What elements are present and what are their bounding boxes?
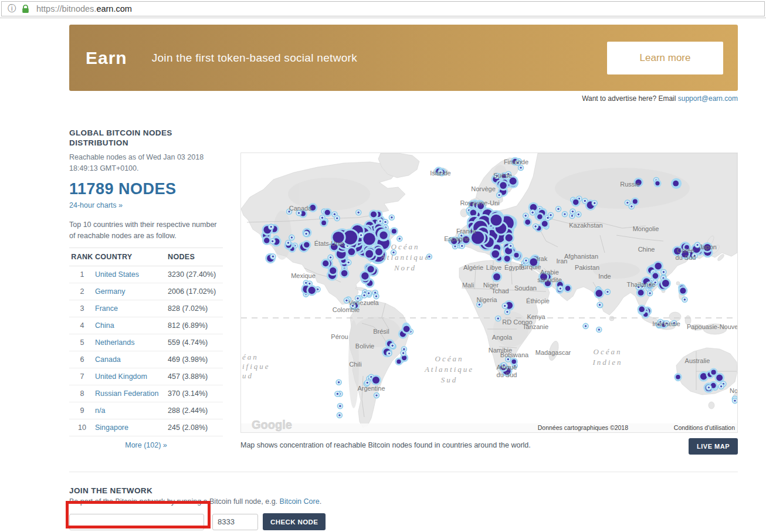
rank-cell: 1 bbox=[69, 266, 95, 283]
svg-text:ud: ud bbox=[242, 371, 253, 380]
svg-text:Chili: Chili bbox=[349, 361, 361, 368]
svg-text:Éthiopie: Éthiopie bbox=[526, 297, 550, 304]
url-bar[interactable]: ⓘ https://bitnodes.earn.com bbox=[1, 1, 765, 16]
country-cell: Russian Federation bbox=[95, 385, 168, 402]
svg-text:Australie: Australie bbox=[685, 357, 710, 364]
check-node-button[interactable]: CHECK NODE bbox=[263, 513, 326, 530]
country-link[interactable]: Netherlands bbox=[95, 338, 134, 347]
advertise-text: Want to advertise here? Email bbox=[582, 94, 678, 103]
country-link[interactable]: Germany bbox=[95, 287, 125, 296]
advertise-line: Want to advertise here? Email support@ea… bbox=[69, 94, 738, 103]
nodes-cell: 812 (6.89%) bbox=[168, 317, 223, 334]
earn-logo: Earn bbox=[86, 48, 127, 68]
rank-cell: 10 bbox=[69, 419, 95, 436]
svg-text:Argentine: Argentine bbox=[357, 385, 385, 392]
table-intro: Top 10 countries with their respective n… bbox=[69, 219, 223, 242]
svg-text:Irak: Irak bbox=[537, 255, 548, 262]
svg-text:Finlande: Finlande bbox=[504, 158, 528, 165]
table-row: 4China812 (6.89%) bbox=[69, 317, 223, 334]
svg-text:Océan: Océan bbox=[594, 347, 622, 356]
country-cell: Netherlands bbox=[95, 334, 168, 351]
svg-text:saoudite: saoudite bbox=[537, 276, 562, 283]
rank-cell: 7 bbox=[69, 368, 95, 385]
info-icon[interactable]: ⓘ bbox=[8, 4, 16, 14]
country-link[interactable]: United Kingdom bbox=[95, 372, 147, 381]
svg-text:Inde: Inde bbox=[598, 273, 611, 280]
node-address-input[interactable] bbox=[69, 514, 204, 530]
country-link[interactable]: France bbox=[95, 304, 118, 313]
svg-text:Atlantique: Atlantique bbox=[424, 365, 474, 374]
rank-cell: 3 bbox=[69, 300, 95, 317]
country-link[interactable]: n/a bbox=[95, 406, 105, 415]
url-text: https://bitnodes.earn.com bbox=[36, 4, 132, 13]
svg-text:Indien: Indien bbox=[592, 358, 622, 367]
svg-text:ifique: ifique bbox=[242, 362, 270, 371]
advertise-email-link[interactable]: support@earn.com bbox=[678, 94, 738, 103]
svg-text:Indonésie: Indonésie bbox=[652, 320, 680, 327]
country-link[interactable]: China bbox=[95, 321, 114, 330]
svg-text:Brésil: Brésil bbox=[373, 328, 389, 335]
more-link[interactable]: More (102) » bbox=[69, 441, 223, 449]
svg-text:Arabie: Arabie bbox=[540, 269, 559, 276]
svg-text:Afghanistan: Afghanistan bbox=[564, 253, 598, 260]
svg-text:Sud: Sud bbox=[441, 375, 458, 384]
country-cell: Germany bbox=[95, 283, 168, 300]
svg-text:Libye: Libye bbox=[486, 264, 501, 271]
svg-text:Venezuela: Venezuela bbox=[348, 299, 379, 306]
svg-text:Botswana: Botswana bbox=[500, 351, 529, 358]
svg-text:Soudan: Soudan bbox=[514, 284, 537, 292]
map-terms-link[interactable]: Conditions d'utilisation bbox=[674, 424, 735, 431]
country-cell: n/a bbox=[95, 402, 168, 419]
svg-text:Thaïlande: Thaïlande bbox=[627, 281, 656, 288]
table-row: 5Netherlands559 (4.74%) bbox=[69, 334, 223, 351]
svg-text:Madagascar: Madagascar bbox=[535, 349, 571, 356]
lock-icon[interactable] bbox=[22, 5, 29, 13]
map-data-attribution: Données cartographiques ©2018 bbox=[538, 424, 628, 431]
nodes-cell: 2006 (17.02%) bbox=[168, 283, 223, 300]
learn-more-button[interactable]: Learn more bbox=[607, 42, 723, 74]
country-link[interactable]: Russian Federation bbox=[95, 389, 158, 398]
nodes-cell: 457 (3.88%) bbox=[168, 368, 223, 385]
map-caption: Map shows concentration of reachable Bit… bbox=[240, 438, 531, 449]
live-map-button[interactable]: LIVE MAP bbox=[689, 438, 738, 455]
svg-text:Corée: Corée bbox=[677, 247, 694, 254]
svg-text:Océan: Océan bbox=[435, 354, 464, 363]
bitcoin-core-link[interactable]: Bitcoin Core bbox=[280, 497, 320, 506]
svg-text:Norvège: Norvège bbox=[471, 185, 496, 192]
table-row: 6Canada469 (3.98%) bbox=[69, 351, 223, 368]
country-cell: United Kingdom bbox=[95, 368, 168, 385]
country-cell: United States bbox=[95, 266, 168, 283]
world-map[interactable]: IslandeCanadaÉtats-UnisMexiqueVenezuelaC… bbox=[240, 153, 738, 433]
check-node-form: CHECK NODE bbox=[69, 513, 738, 530]
nodes-cell: 370 (3.14%) bbox=[168, 385, 223, 402]
country-link[interactable]: Singapore bbox=[95, 423, 128, 432]
svg-text:Tchad: Tchad bbox=[492, 287, 509, 294]
svg-text:Espagne: Espagne bbox=[444, 235, 469, 242]
country-cell: China bbox=[95, 317, 168, 334]
table-header-nodes: NODES bbox=[168, 248, 223, 266]
svg-text:Mexique: Mexique bbox=[291, 272, 316, 279]
google-watermark: Google bbox=[252, 418, 292, 431]
charts-link[interactable]: 24-hour charts » bbox=[69, 201, 123, 209]
join-network-subtitle: Be part of the Bitcoin network by runnin… bbox=[69, 497, 738, 506]
earn-banner-ad[interactable]: Earn Join the first token-based social n… bbox=[69, 25, 738, 91]
country-link[interactable]: United States bbox=[95, 270, 139, 279]
nodes-cell: 469 (3.98%) bbox=[168, 351, 223, 368]
country-cell: France bbox=[95, 300, 168, 317]
section-divider bbox=[69, 472, 738, 472]
rank-cell: 9 bbox=[69, 402, 95, 419]
rank-cell: 5 bbox=[69, 334, 95, 351]
join-network-title: JOIN THE NETWORK bbox=[69, 486, 738, 495]
svg-text:Chine: Chine bbox=[638, 246, 655, 253]
svg-text:du Sud: du Sud bbox=[497, 371, 517, 378]
top-countries-table: RANKCOUNTRYNODES 1United States3230 (27.… bbox=[69, 248, 223, 436]
table-row: 9n/a288 (2.44%) bbox=[69, 402, 223, 419]
node-port-input[interactable] bbox=[212, 514, 258, 530]
svg-text:Nou: Nou bbox=[730, 387, 737, 394]
svg-text:France: France bbox=[456, 228, 476, 235]
country-link[interactable]: Canada bbox=[95, 355, 121, 364]
table-row: 8Russian Federation370 (3.14%) bbox=[69, 385, 223, 402]
svg-text:Islande: Islande bbox=[430, 170, 450, 177]
join-subtitle-text: Be part of the Bitcoin network by runnin… bbox=[69, 497, 280, 506]
svg-text:États-Unis: États-Unis bbox=[314, 240, 344, 247]
